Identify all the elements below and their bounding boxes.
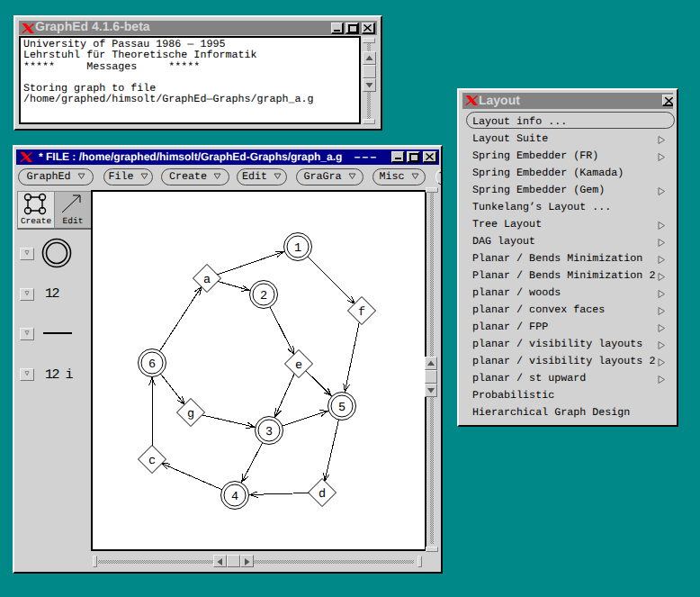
svg-text:d: d (319, 488, 326, 502)
svg-text:2: 2 (260, 290, 267, 303)
svg-text:g: g (187, 408, 194, 421)
svg-text:c: c (148, 455, 156, 468)
svg-text:1: 1 (294, 242, 301, 256)
svg-text:f: f (358, 306, 365, 320)
svg-text:3: 3 (265, 426, 273, 439)
svg-text:a: a (203, 274, 211, 287)
svg-text:e: e (295, 359, 302, 373)
svg-text:5: 5 (338, 402, 346, 415)
svg-text:6: 6 (148, 358, 156, 372)
svg-text:4: 4 (231, 491, 238, 504)
